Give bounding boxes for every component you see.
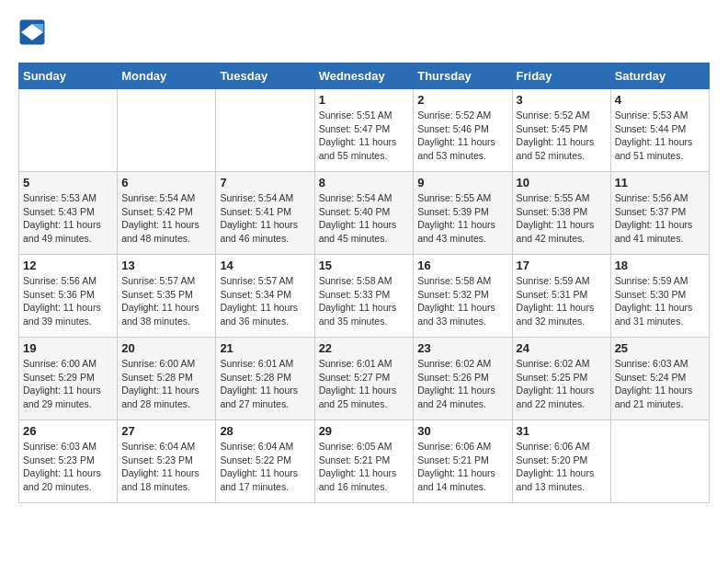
day-number: 20 [121,341,211,355]
day-info: Sunrise: 6:04 AM Sunset: 5:23 PM Dayligh… [121,440,211,494]
calendar-cell: 29Sunrise: 6:05 AM Sunset: 5:21 PM Dayli… [314,420,414,503]
day-info: Sunrise: 5:52 AM Sunset: 5:45 PM Dayligh… [517,109,607,163]
day-number: 26 [23,424,113,438]
day-number: 9 [417,176,507,190]
day-info: Sunrise: 5:59 AM Sunset: 5:31 PM Dayligh… [517,274,607,328]
calendar-cell: 13Sunrise: 5:57 AM Sunset: 5:35 PM Dayli… [118,255,216,338]
day-info: Sunrise: 5:53 AM Sunset: 5:43 PM Dayligh… [23,191,113,246]
calendar-cell: 31Sunrise: 6:06 AM Sunset: 5:20 PM Dayli… [512,420,610,503]
calendar-cell: 14Sunrise: 5:57 AM Sunset: 5:34 PM Dayli… [216,255,314,338]
weekday-header-saturday: Saturday [610,63,709,89]
calendar-cell: 21Sunrise: 6:01 AM Sunset: 5:28 PM Dayli… [216,338,314,420]
weekday-header-wednesday: Wednesday [314,63,414,89]
calendar-cell [610,420,709,503]
day-info: Sunrise: 5:51 AM Sunset: 5:47 PM Dayligh… [319,109,410,163]
calendar-cell: 3Sunrise: 5:52 AM Sunset: 5:45 PM Daylig… [512,89,610,172]
calendar-week-row: 19Sunrise: 6:00 AM Sunset: 5:29 PM Dayli… [19,338,710,420]
calendar-cell: 10Sunrise: 5:55 AM Sunset: 5:38 PM Dayli… [512,172,610,255]
day-info: Sunrise: 5:56 AM Sunset: 5:37 PM Dayligh… [615,191,705,246]
day-number: 28 [220,424,310,438]
calendar-cell: 7Sunrise: 5:54 AM Sunset: 5:41 PM Daylig… [216,172,314,255]
calendar-cell: 5Sunrise: 5:53 AM Sunset: 5:43 PM Daylig… [19,172,118,255]
calendar-cell: 18Sunrise: 5:59 AM Sunset: 5:30 PM Dayli… [610,255,709,338]
day-number: 18 [615,259,705,272]
calendar-cell: 1Sunrise: 5:51 AM Sunset: 5:47 PM Daylig… [314,89,414,172]
day-info: Sunrise: 6:04 AM Sunset: 5:22 PM Dayligh… [220,440,310,494]
calendar-cell: 15Sunrise: 5:58 AM Sunset: 5:33 PM Dayli… [314,255,414,338]
day-info: Sunrise: 5:55 AM Sunset: 5:38 PM Dayligh… [517,191,607,246]
weekday-header-row: SundayMondayTuesdayWednesdayThursdayFrid… [19,63,710,89]
day-info: Sunrise: 6:05 AM Sunset: 5:21 PM Dayligh… [319,440,410,494]
day-number: 13 [121,259,211,272]
day-number: 16 [417,259,507,272]
day-number: 15 [319,259,410,272]
day-info: Sunrise: 6:06 AM Sunset: 5:20 PM Dayligh… [517,440,607,494]
day-info: Sunrise: 5:54 AM Sunset: 5:42 PM Dayligh… [121,191,211,246]
day-number: 7 [220,176,310,190]
calendar-cell: 6Sunrise: 5:54 AM Sunset: 5:42 PM Daylig… [118,172,216,255]
day-number: 11 [615,176,705,190]
day-info: Sunrise: 5:59 AM Sunset: 5:30 PM Dayligh… [615,274,705,328]
calendar-cell: 17Sunrise: 5:59 AM Sunset: 5:31 PM Dayli… [512,255,610,338]
day-number: 25 [615,341,705,355]
calendar-cell: 11Sunrise: 5:56 AM Sunset: 5:37 PM Dayli… [610,172,709,255]
day-info: Sunrise: 5:57 AM Sunset: 5:35 PM Dayligh… [121,274,211,328]
day-number: 31 [517,424,607,438]
day-number: 19 [23,341,113,355]
weekday-header-friday: Friday [512,63,610,89]
day-number: 24 [517,341,607,355]
day-info: Sunrise: 6:01 AM Sunset: 5:27 PM Dayligh… [319,357,410,411]
day-number: 6 [121,176,211,190]
day-number: 29 [319,424,410,438]
calendar-cell: 4Sunrise: 5:53 AM Sunset: 5:44 PM Daylig… [610,89,709,172]
calendar-cell: 28Sunrise: 6:04 AM Sunset: 5:22 PM Dayli… [216,420,314,503]
weekday-header-sunday: Sunday [19,63,118,89]
calendar-week-row: 5Sunrise: 5:53 AM Sunset: 5:43 PM Daylig… [19,172,710,255]
calendar-cell: 8Sunrise: 5:54 AM Sunset: 5:40 PM Daylig… [314,172,414,255]
calendar-cell: 23Sunrise: 6:02 AM Sunset: 5:26 PM Dayli… [414,338,512,420]
calendar-table: SundayMondayTuesdayWednesdayThursdayFrid… [18,63,710,503]
day-info: Sunrise: 6:01 AM Sunset: 5:28 PM Dayligh… [220,357,310,411]
day-info: Sunrise: 5:58 AM Sunset: 5:32 PM Dayligh… [417,274,507,328]
day-number: 21 [220,341,310,355]
day-number: 1 [319,93,410,107]
day-number: 4 [615,93,705,107]
calendar-cell: 20Sunrise: 6:00 AM Sunset: 5:28 PM Dayli… [118,338,216,420]
calendar-cell [19,89,118,172]
day-info: Sunrise: 6:02 AM Sunset: 5:25 PM Dayligh… [517,357,607,411]
weekday-header-tuesday: Tuesday [216,63,314,89]
day-info: Sunrise: 5:58 AM Sunset: 5:33 PM Dayligh… [319,274,410,328]
calendar-cell: 24Sunrise: 6:02 AM Sunset: 5:25 PM Dayli… [512,338,610,420]
calendar-cell: 30Sunrise: 6:06 AM Sunset: 5:21 PM Dayli… [414,420,512,503]
calendar-cell [216,89,314,172]
day-info: Sunrise: 5:53 AM Sunset: 5:44 PM Dayligh… [615,109,705,163]
day-info: Sunrise: 5:54 AM Sunset: 5:41 PM Dayligh… [220,191,310,246]
day-info: Sunrise: 6:00 AM Sunset: 5:29 PM Dayligh… [23,357,113,411]
day-info: Sunrise: 6:00 AM Sunset: 5:28 PM Dayligh… [121,357,211,411]
day-number: 14 [220,259,310,272]
calendar-cell: 16Sunrise: 5:58 AM Sunset: 5:32 PM Dayli… [414,255,512,338]
calendar-cell: 2Sunrise: 5:52 AM Sunset: 5:46 PM Daylig… [414,89,512,172]
day-number: 10 [517,176,607,190]
day-number: 5 [23,176,113,190]
calendar-cell: 26Sunrise: 6:03 AM Sunset: 5:23 PM Dayli… [19,420,118,503]
calendar-week-row: 1Sunrise: 5:51 AM Sunset: 5:47 PM Daylig… [19,89,710,172]
logo [18,18,50,46]
day-number: 30 [417,424,507,438]
calendar-cell: 12Sunrise: 5:56 AM Sunset: 5:36 PM Dayli… [19,255,118,338]
day-info: Sunrise: 6:03 AM Sunset: 5:24 PM Dayligh… [615,357,705,411]
day-number: 22 [319,341,410,355]
calendar-cell: 22Sunrise: 6:01 AM Sunset: 5:27 PM Dayli… [314,338,414,420]
day-info: Sunrise: 6:02 AM Sunset: 5:26 PM Dayligh… [417,357,507,411]
day-number: 8 [319,176,410,190]
weekday-header-monday: Monday [118,63,216,89]
calendar-week-row: 26Sunrise: 6:03 AM Sunset: 5:23 PM Dayli… [19,420,710,503]
day-number: 23 [417,341,507,355]
calendar-week-row: 12Sunrise: 5:56 AM Sunset: 5:36 PM Dayli… [19,255,710,338]
day-info: Sunrise: 5:57 AM Sunset: 5:34 PM Dayligh… [220,274,310,328]
calendar-cell: 19Sunrise: 6:00 AM Sunset: 5:29 PM Dayli… [19,338,118,420]
day-info: Sunrise: 5:56 AM Sunset: 5:36 PM Dayligh… [23,274,113,328]
day-info: Sunrise: 5:54 AM Sunset: 5:40 PM Dayligh… [319,191,410,246]
day-number: 2 [417,93,507,107]
day-info: Sunrise: 5:55 AM Sunset: 5:39 PM Dayligh… [417,191,507,246]
